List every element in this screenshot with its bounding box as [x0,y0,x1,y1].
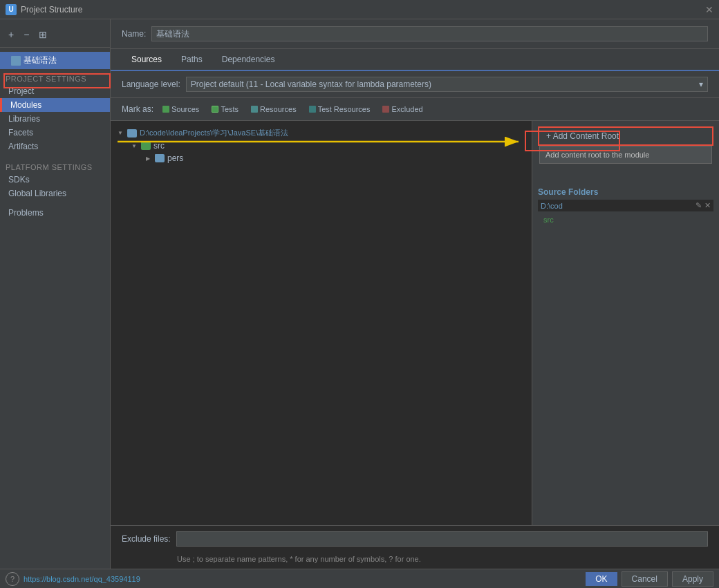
src-label: src [153,141,165,151]
cancel-button[interactable]: Cancel [622,571,668,587]
copy-button[interactable]: ⊞ [36,28,50,41]
language-level-chevron: ▾ [699,79,703,89]
exclude-files-input[interactable] [176,531,708,547]
add-button[interactable]: + [6,28,17,41]
mark-tag-sources[interactable]: Sources [159,104,203,115]
tree-expand-pers[interactable]: ▶ [144,154,152,162]
bottom-left: ? https://blog.csdn.net/qq_43594119 [6,572,140,586]
bottom-bar: ? https://blog.csdn.net/qq_43594119 OK C… [0,569,719,588]
mark-tag-resources[interactable]: Resources [248,104,300,115]
bottom-right: OK Cancel Apply [586,571,713,587]
language-level-select[interactable]: Project default (11 - Local variable syn… [186,77,708,92]
sidebar-item-facets[interactable]: Facets [0,126,110,140]
url-text: https://blog.csdn.net/qq_43594119 [24,575,140,583]
tree-item-src[interactable]: ▼ src [116,140,526,152]
exclude-files-row: Exclude files: [111,525,719,552]
tree-expand-src[interactable]: ▼ [130,142,138,150]
pers-label: pers [167,153,183,163]
remove-button[interactable]: − [21,28,32,41]
test-resources-tag-dot [309,106,316,113]
tests-tag-label: Tests [221,105,239,113]
sources-tag-label: Sources [171,105,199,113]
help-button[interactable]: ? [6,572,19,586]
ok-button[interactable]: OK [586,572,617,586]
edit-path-button[interactable]: ✎ [695,201,702,210]
split-pane: ▼ D:\code\IdeaProjects\学习\JavaSE\基础语法 ▼ … [111,121,719,525]
mark-tag-tests[interactable]: Tests [208,104,242,115]
module-item-label: 基础语法 [24,55,57,66]
module-item-jichuyufa[interactable]: 基础语法 [0,52,110,69]
tree-expand-root[interactable]: ▼ [116,129,124,137]
tests-tag-dot [212,106,218,113]
project-settings-label: Project Settings [0,70,110,84]
excluded-tag-dot [382,106,389,113]
tab-paths[interactable]: Paths [171,49,212,71]
sidebar-item-libraries[interactable]: Libraries [0,112,110,126]
name-row: Name: [111,19,719,49]
main-container: + − ⊞ 基础语法 Project Settings Project Modu… [0,19,719,569]
source-folders-label: Source Folders [538,187,713,197]
name-label: Name: [122,29,146,39]
remove-path-button[interactable]: ✕ [704,201,711,210]
tabs-row: Sources Paths Dependencies [111,49,719,71]
right-panel: + Add Content Root Add content root to t… [532,121,719,525]
right-panel-path-1: D:\cod ✎ ✕ [538,200,713,211]
app-icon: U [6,4,17,15]
resources-tag-dot [251,106,258,113]
platform-settings-label: Platform Settings [0,159,110,173]
pers-folder-icon [155,154,165,162]
name-input[interactable] [151,26,708,41]
root-folder-icon [127,129,137,137]
tab-dependencies[interactable]: Dependencies [212,49,285,71]
right-panel-src-label: src [538,214,713,225]
sidebar-toolbar: + − ⊞ [0,25,110,48]
sidebar-item-artifacts[interactable]: Artifacts [0,140,110,153]
tree-item-pers[interactable]: ▶ pers [116,152,526,164]
content-area: Name: Sources Paths Dependencies Languag… [111,19,719,569]
mark-as-label: Mark as: [122,104,153,114]
sources-tag-dot [162,106,169,113]
sidebar-item-problems[interactable]: Problems [0,206,110,220]
sidebar: + − ⊞ 基础语法 Project Settings Project Modu… [0,19,111,569]
file-tree[interactable]: ▼ D:\code\IdeaProjects\学习\JavaSE\基础语法 ▼ … [111,121,532,525]
module-icon [11,56,21,66]
add-content-root-tooltip: Add content root to the module [539,146,712,164]
right-panel-path-text-1: D:\cod [541,202,563,210]
language-level-value: Project default (11 - Local variable syn… [191,79,431,89]
mark-tag-excluded[interactable]: Excluded [379,104,426,115]
root-path-label: D:\code\IdeaProjects\学习\JavaSE\基础语法 [140,128,288,138]
window-title: Project Structure [21,5,82,15]
exclude-files-label: Exclude files: [122,534,171,544]
tree-item-root[interactable]: ▼ D:\code\IdeaProjects\学习\JavaSE\基础语法 [116,126,526,140]
exclude-hint: Use ; to separate name patterns, * for a… [111,552,719,569]
resources-tag-label: Resources [260,105,297,113]
src-folder-icon [141,142,151,150]
close-window-button[interactable]: ✕ [705,4,713,15]
mark-as-row: Mark as: Sources Tests Resources Test Re… [111,98,719,121]
test-resources-tag-label: Test Resources [318,105,371,113]
apply-button[interactable]: Apply [672,571,713,587]
excluded-tag-label: Excluded [391,105,422,113]
sidebar-item-sdks[interactable]: SDKs [0,173,110,187]
tooltip-text: Add content root to the module [545,151,649,159]
language-level-row: Language level: Project default (11 - Lo… [111,71,719,98]
tab-sources[interactable]: Sources [122,49,171,71]
sidebar-item-global-libraries[interactable]: Global Libraries [0,187,110,200]
add-content-root-button[interactable]: + Add Content Root [538,126,713,146]
mark-tag-test-resources[interactable]: Test Resources [306,104,374,115]
language-level-label: Language level: [122,79,180,89]
sidebar-item-modules[interactable]: Modules [0,98,110,112]
sidebar-item-project[interactable]: Project [0,84,110,98]
right-panel-actions-1: ✎ ✕ [695,201,711,210]
title-bar: U Project Structure ✕ [0,0,719,19]
